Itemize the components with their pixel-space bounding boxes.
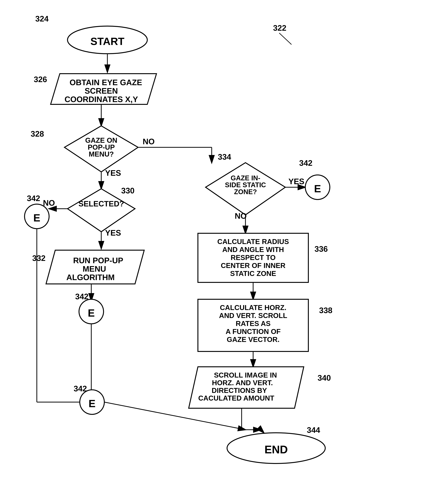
no-label-selected: NO bbox=[43, 198, 55, 207]
gaze-static-line1: GAZE IN- bbox=[230, 174, 260, 182]
scroll-image-line3: DIRECTIONS BY bbox=[212, 387, 267, 395]
ref-324: 324 bbox=[35, 14, 49, 23]
ref-342-topright: 342 bbox=[299, 159, 312, 167]
ref-332: 332 bbox=[32, 254, 45, 263]
svg-line-1 bbox=[279, 33, 292, 45]
ref-336: 336 bbox=[314, 244, 328, 253]
scroll-image-line2: HORZ. AND VERT. bbox=[212, 379, 273, 387]
flowchart-diagram: 322 324 START 326 OBTAIN EYE GAZE SCREEN… bbox=[0, 0, 434, 504]
ref-340: 340 bbox=[318, 373, 331, 382]
ref-342-midleft: 342 bbox=[75, 292, 89, 301]
start-label: START bbox=[90, 36, 124, 47]
obtain-eye-gaze-line2: SCREEN bbox=[85, 86, 118, 95]
calc-radius-line1: CALCULATE RADIUS bbox=[217, 238, 289, 246]
run-popup-line3: ALGORITHM bbox=[66, 273, 115, 282]
e-label-topleft: E bbox=[33, 212, 40, 224]
yes-label-selected: YES bbox=[105, 228, 121, 237]
end-label: END bbox=[265, 443, 288, 456]
no-label-static: NO bbox=[235, 211, 247, 220]
no-label-popup: NO bbox=[143, 137, 155, 146]
yes-label-popup: YES bbox=[105, 169, 121, 177]
ref-344: 344 bbox=[307, 426, 320, 434]
calc-radius-line2: AND ANGLE WITH bbox=[222, 246, 284, 253]
scroll-image-line4: CACULATED AMOUNT bbox=[198, 394, 274, 402]
ref-342-topleft: 342 bbox=[27, 194, 40, 203]
gaze-popup-line3: MENU? bbox=[89, 150, 114, 158]
calc-scroll-line2: AND VERT. SCROLL bbox=[219, 312, 287, 320]
e-label-topright: E bbox=[314, 183, 321, 194]
calc-radius-line3: RESPECT TO bbox=[230, 253, 275, 261]
ref-338: 338 bbox=[319, 306, 332, 315]
ref-330: 330 bbox=[121, 186, 134, 195]
obtain-eye-gaze-line3: COORDINATES X,Y bbox=[65, 95, 138, 104]
calc-scroll-line1: CALCULATE HORZ. bbox=[220, 304, 286, 312]
ref-328: 328 bbox=[31, 129, 44, 138]
yes-label-static: YES bbox=[288, 177, 304, 186]
calc-scroll-line3: RATES AS bbox=[236, 320, 270, 327]
svg-line-17 bbox=[261, 430, 264, 433]
ref-322: 322 bbox=[273, 24, 286, 32]
e-label-botleft: E bbox=[89, 398, 95, 409]
run-popup-line2: MENU bbox=[82, 264, 106, 273]
e-label-midleft: E bbox=[88, 307, 95, 319]
obtain-eye-gaze-line1: OBTAIN EYE GAZE bbox=[70, 78, 142, 87]
calc-radius-line4: CENTER OF INNER bbox=[221, 261, 285, 270]
ref-326: 326 bbox=[34, 75, 47, 84]
run-popup-line1: RUN POP-UP bbox=[73, 256, 123, 265]
ref-334: 334 bbox=[218, 153, 231, 161]
calc-scroll-line4: A FUNCTION OF bbox=[226, 327, 281, 335]
calc-scroll-line5: GAZE VECTOR. bbox=[227, 335, 280, 343]
gaze-static-line3: ZONE? bbox=[234, 188, 257, 196]
scroll-image-line1: SCROLL IMAGE IN bbox=[214, 371, 277, 379]
gaze-static-line2: SIDE STATIC bbox=[225, 181, 266, 189]
calc-radius-line5: STATIC ZONE bbox=[230, 270, 276, 278]
selected-diamond bbox=[68, 189, 135, 232]
selected-label: SELECTED? bbox=[78, 199, 124, 208]
